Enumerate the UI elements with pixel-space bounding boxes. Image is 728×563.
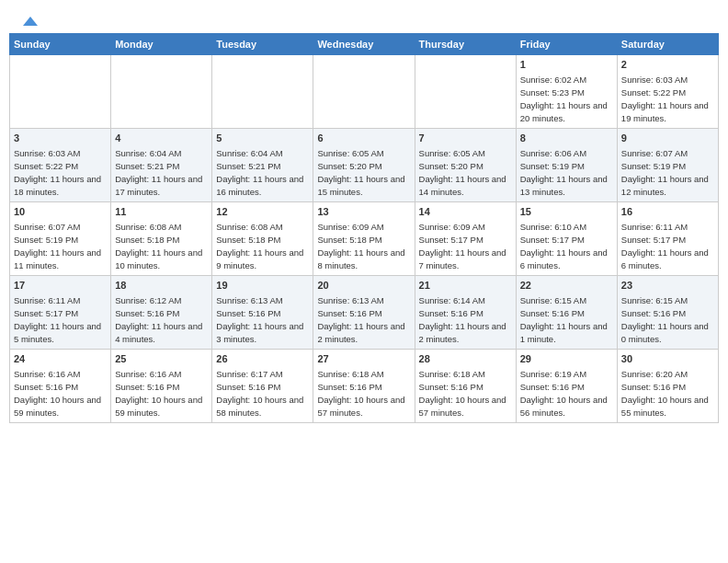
day-info: Sunrise: 6:04 AM Sunset: 5:21 PM Dayligh… xyxy=(115,147,208,198)
calendar-cell: 18Sunrise: 6:12 AM Sunset: 5:16 PM Dayli… xyxy=(111,276,212,350)
calendar-cell: 21Sunrise: 6:14 AM Sunset: 5:16 PM Dayli… xyxy=(415,276,516,350)
day-info: Sunrise: 6:06 AM Sunset: 5:19 PM Dayligh… xyxy=(520,147,613,198)
calendar-cell xyxy=(212,55,313,129)
day-number: 8 xyxy=(520,132,613,145)
day-number: 2 xyxy=(621,58,714,72)
page-header xyxy=(9,9,719,29)
calendar-cell: 3Sunrise: 6:03 AM Sunset: 5:22 PM Daylig… xyxy=(10,129,111,202)
day-info: Sunrise: 6:05 AM Sunset: 5:20 PM Dayligh… xyxy=(419,147,512,198)
weekday-header-monday: Monday xyxy=(111,34,212,55)
day-info: Sunrise: 6:08 AM Sunset: 5:18 PM Dayligh… xyxy=(216,221,309,271)
day-number: 12 xyxy=(216,205,309,219)
weekday-header-saturday: Saturday xyxy=(617,34,718,55)
svg-marker-0 xyxy=(23,17,38,26)
calendar-cell: 2Sunrise: 6:03 AM Sunset: 5:22 PM Daylig… xyxy=(617,55,718,129)
calendar-cell: 11Sunrise: 6:08 AM Sunset: 5:18 PM Dayli… xyxy=(111,202,212,276)
calendar-cell: 28Sunrise: 6:18 AM Sunset: 5:16 PM Dayli… xyxy=(415,350,516,423)
day-info: Sunrise: 6:10 AM Sunset: 5:17 PM Dayligh… xyxy=(520,221,613,271)
calendar-table: SundayMondayTuesdayWednesdayThursdayFrid… xyxy=(9,33,719,423)
day-number: 5 xyxy=(216,132,309,145)
calendar-cell: 10Sunrise: 6:07 AM Sunset: 5:19 PM Dayli… xyxy=(10,202,111,276)
day-number: 28 xyxy=(419,352,512,366)
day-number: 27 xyxy=(317,352,410,366)
day-number: 17 xyxy=(14,279,107,293)
calendar-cell: 19Sunrise: 6:13 AM Sunset: 5:16 PM Dayli… xyxy=(212,276,313,350)
day-number: 10 xyxy=(14,205,107,219)
day-info: Sunrise: 6:15 AM Sunset: 5:16 PM Dayligh… xyxy=(621,294,714,345)
day-number: 15 xyxy=(520,205,613,219)
calendar-cell xyxy=(111,55,212,129)
calendar-cell: 1Sunrise: 6:02 AM Sunset: 5:23 PM Daylig… xyxy=(516,55,617,129)
calendar-cell: 30Sunrise: 6:20 AM Sunset: 5:16 PM Dayli… xyxy=(617,350,718,423)
day-number: 7 xyxy=(419,132,512,145)
day-number: 14 xyxy=(419,205,512,219)
day-info: Sunrise: 6:07 AM Sunset: 5:19 PM Dayligh… xyxy=(621,147,714,198)
day-info: Sunrise: 6:18 AM Sunset: 5:16 PM Dayligh… xyxy=(419,368,512,419)
day-number: 23 xyxy=(621,279,714,293)
logo-icon xyxy=(21,13,40,31)
weekday-header-friday: Friday xyxy=(516,34,617,55)
calendar-cell: 29Sunrise: 6:19 AM Sunset: 5:16 PM Dayli… xyxy=(516,350,617,423)
day-info: Sunrise: 6:19 AM Sunset: 5:16 PM Dayligh… xyxy=(520,368,613,419)
day-info: Sunrise: 6:04 AM Sunset: 5:21 PM Dayligh… xyxy=(216,147,309,198)
day-info: Sunrise: 6:13 AM Sunset: 5:16 PM Dayligh… xyxy=(317,294,410,345)
day-info: Sunrise: 6:11 AM Sunset: 5:17 PM Dayligh… xyxy=(621,221,714,271)
day-number: 22 xyxy=(520,279,613,293)
weekday-header-tuesday: Tuesday xyxy=(212,34,313,55)
day-number: 18 xyxy=(115,279,208,293)
day-number: 30 xyxy=(621,352,714,366)
day-info: Sunrise: 6:15 AM Sunset: 5:16 PM Dayligh… xyxy=(520,294,613,345)
day-info: Sunrise: 6:08 AM Sunset: 5:18 PM Dayligh… xyxy=(115,221,208,271)
day-info: Sunrise: 6:05 AM Sunset: 5:20 PM Dayligh… xyxy=(317,147,410,198)
day-info: Sunrise: 6:03 AM Sunset: 5:22 PM Dayligh… xyxy=(14,147,107,198)
day-info: Sunrise: 6:16 AM Sunset: 5:16 PM Dayligh… xyxy=(14,368,107,419)
calendar-cell: 26Sunrise: 6:17 AM Sunset: 5:16 PM Dayli… xyxy=(212,350,313,423)
day-info: Sunrise: 6:20 AM Sunset: 5:16 PM Dayligh… xyxy=(621,368,714,419)
weekday-header-sunday: Sunday xyxy=(10,34,111,55)
calendar-cell xyxy=(10,55,111,129)
day-number: 13 xyxy=(317,205,410,219)
calendar-cell: 22Sunrise: 6:15 AM Sunset: 5:16 PM Dayli… xyxy=(516,276,617,350)
calendar-cell: 12Sunrise: 6:08 AM Sunset: 5:18 PM Dayli… xyxy=(212,202,313,276)
day-info: Sunrise: 6:07 AM Sunset: 5:19 PM Dayligh… xyxy=(14,221,107,271)
day-info: Sunrise: 6:09 AM Sunset: 5:17 PM Dayligh… xyxy=(419,221,512,271)
calendar-cell xyxy=(313,55,415,129)
day-info: Sunrise: 6:13 AM Sunset: 5:16 PM Dayligh… xyxy=(216,294,309,345)
calendar-cell: 13Sunrise: 6:09 AM Sunset: 5:18 PM Dayli… xyxy=(313,202,415,276)
day-number: 3 xyxy=(14,132,107,145)
day-info: Sunrise: 6:16 AM Sunset: 5:16 PM Dayligh… xyxy=(115,368,208,419)
calendar-cell: 6Sunrise: 6:05 AM Sunset: 5:20 PM Daylig… xyxy=(313,129,415,202)
day-number: 6 xyxy=(317,132,410,145)
calendar-cell: 20Sunrise: 6:13 AM Sunset: 5:16 PM Dayli… xyxy=(313,276,415,350)
calendar-cell: 25Sunrise: 6:16 AM Sunset: 5:16 PM Dayli… xyxy=(111,350,212,423)
calendar-cell: 9Sunrise: 6:07 AM Sunset: 5:19 PM Daylig… xyxy=(617,129,718,202)
day-number: 4 xyxy=(115,132,208,145)
day-number: 20 xyxy=(317,279,410,293)
calendar-cell: 23Sunrise: 6:15 AM Sunset: 5:16 PM Dayli… xyxy=(617,276,718,350)
day-number: 25 xyxy=(115,352,208,366)
calendar-cell: 7Sunrise: 6:05 AM Sunset: 5:20 PM Daylig… xyxy=(415,129,516,202)
day-number: 16 xyxy=(621,205,714,219)
day-info: Sunrise: 6:09 AM Sunset: 5:18 PM Dayligh… xyxy=(317,221,410,271)
day-info: Sunrise: 6:02 AM Sunset: 5:23 PM Dayligh… xyxy=(520,74,613,124)
day-info: Sunrise: 6:12 AM Sunset: 5:16 PM Dayligh… xyxy=(115,294,208,345)
day-info: Sunrise: 6:11 AM Sunset: 5:17 PM Dayligh… xyxy=(14,294,107,345)
day-number: 21 xyxy=(419,279,512,293)
day-number: 9 xyxy=(621,132,714,145)
calendar-cell: 27Sunrise: 6:18 AM Sunset: 5:16 PM Dayli… xyxy=(313,350,415,423)
weekday-header-thursday: Thursday xyxy=(415,34,516,55)
day-info: Sunrise: 6:18 AM Sunset: 5:16 PM Dayligh… xyxy=(317,368,410,419)
calendar-cell xyxy=(415,55,516,129)
day-number: 1 xyxy=(520,58,613,72)
calendar-cell: 16Sunrise: 6:11 AM Sunset: 5:17 PM Dayli… xyxy=(617,202,718,276)
day-number: 19 xyxy=(216,279,309,293)
calendar-cell: 4Sunrise: 6:04 AM Sunset: 5:21 PM Daylig… xyxy=(111,129,212,202)
day-info: Sunrise: 6:17 AM Sunset: 5:16 PM Dayligh… xyxy=(216,368,309,419)
calendar-cell: 15Sunrise: 6:10 AM Sunset: 5:17 PM Dayli… xyxy=(516,202,617,276)
day-number: 29 xyxy=(520,352,613,366)
calendar-cell: 24Sunrise: 6:16 AM Sunset: 5:16 PM Dayli… xyxy=(10,350,111,423)
weekday-header-wednesday: Wednesday xyxy=(313,34,415,55)
day-number: 11 xyxy=(115,205,208,219)
calendar-cell: 14Sunrise: 6:09 AM Sunset: 5:17 PM Dayli… xyxy=(415,202,516,276)
calendar-cell: 5Sunrise: 6:04 AM Sunset: 5:21 PM Daylig… xyxy=(212,129,313,202)
